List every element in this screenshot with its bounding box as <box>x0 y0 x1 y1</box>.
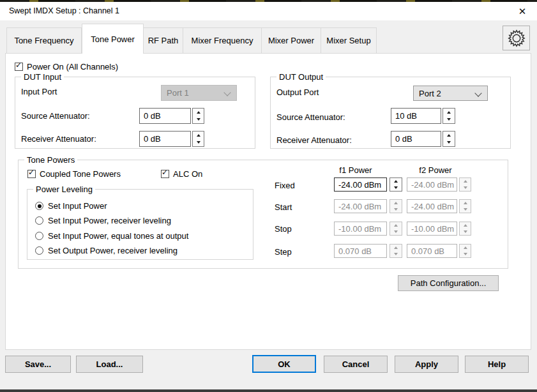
fixed-f2-value: -24.00 dBm <box>411 180 454 190</box>
spin-up-button <box>390 200 402 206</box>
cancel-button[interactable]: Cancel <box>324 356 388 373</box>
arrow-up-icon <box>447 134 451 137</box>
f1-power-header: f1 Power <box>327 165 384 175</box>
output-receiver-attenuator-value: 0 dB <box>395 134 412 144</box>
spin-up-button <box>460 222 471 229</box>
output-port-dropdown[interactable]: Port 2 <box>413 86 488 101</box>
coupled-tone-powers-checkbox[interactable]: ✓ Coupled Tone Powers <box>27 169 121 179</box>
arrow-down-icon <box>394 186 398 189</box>
power-on-label: Power On (All Channels) <box>27 62 118 72</box>
checkbox-box: ✓ <box>161 170 169 178</box>
tab-mixer-frequency[interactable]: Mixer Frequency <box>183 27 262 54</box>
f2-power-header: f2 Power <box>407 165 464 175</box>
spin-up-button <box>460 245 471 251</box>
output-port-label: Output Port <box>276 87 319 97</box>
spin-down-button[interactable] <box>193 116 204 124</box>
tab-tone-frequency[interactable]: Tone Frequency <box>6 27 82 54</box>
start-f2-spinner <box>459 199 471 213</box>
stop-f2-field: -10.00 dBm <box>407 222 457 236</box>
input-port-dropdown: Port 1 <box>161 85 237 101</box>
radio-circle <box>35 232 43 240</box>
row-label-step: Step <box>275 247 292 257</box>
power-leveling-group-title: Power Leveling <box>33 185 95 194</box>
spin-up-button[interactable] <box>193 109 204 116</box>
tab-tone-power[interactable]: Tone Power <box>82 24 144 54</box>
power-on-checkbox[interactable]: ✓ Power On (All Channels) <box>15 62 118 72</box>
input-receiver-attenuator-field[interactable]: 0 dB <box>139 131 191 147</box>
tab-rf-path[interactable]: RF Path <box>144 27 183 54</box>
spin-up-button <box>390 222 402 229</box>
fixed-f1-spinner[interactable] <box>390 177 402 192</box>
arrow-up-icon <box>464 224 467 227</box>
radio-label: Set Input Power, receiver leveling <box>48 216 171 225</box>
spin-down-button[interactable] <box>443 139 455 147</box>
arrow-down-icon <box>394 253 398 255</box>
spin-down-button <box>390 206 402 213</box>
spin-up-button[interactable] <box>443 132 455 139</box>
settings-gear-button[interactable] <box>503 26 530 50</box>
arrow-up-icon <box>394 224 398 227</box>
start-f2-field: -24.00 dBm <box>407 199 457 213</box>
start-f1-spinner <box>390 199 402 213</box>
start-f1-value: -24.00 dBm <box>338 202 381 211</box>
radio-circle <box>35 246 43 255</box>
close-button[interactable]: ✕ <box>511 2 533 20</box>
arrow-up-icon <box>197 134 200 137</box>
output-source-attenuator-value: 10 dB <box>395 111 417 121</box>
path-configuration-button[interactable]: Path Configuration... <box>398 275 499 291</box>
spin-down-button <box>390 251 402 257</box>
output-receiver-attenuator-spinner[interactable] <box>442 131 455 147</box>
tab-mixer-setup[interactable]: Mixer Setup <box>321 27 377 54</box>
arrow-up-icon <box>464 202 467 204</box>
apply-button[interactable]: Apply <box>395 356 458 373</box>
checkmark-icon: ✓ <box>28 169 34 177</box>
arrow-down-icon <box>464 253 467 255</box>
input-receiver-attenuator-value: 0 dB <box>144 134 161 144</box>
stop-f2-spinner <box>459 222 471 236</box>
fixed-f1-field[interactable]: -24.00 dBm <box>334 177 387 192</box>
spin-up-button[interactable] <box>390 178 402 185</box>
arrow-up-icon <box>464 180 467 183</box>
output-source-attenuator-label: Source Attenuator: <box>276 112 345 122</box>
ok-button[interactable]: OK <box>252 355 316 373</box>
radio-circle <box>35 202 43 210</box>
tab-bar: Tone Frequency Tone Power RF Path Mixer … <box>6 27 377 54</box>
titlebar: Swept IMDX Setup : Channel 1 ✕ <box>0 2 537 20</box>
step-f1-value: 0.070 dB <box>338 246 372 256</box>
output-receiver-attenuator-field[interactable]: 0 dB <box>391 131 441 147</box>
arrow-down-icon <box>447 118 451 121</box>
spin-down-button[interactable] <box>390 185 402 191</box>
input-source-attenuator-spinner[interactable] <box>192 108 204 124</box>
output-source-attenuator-field[interactable]: 10 dB <box>391 108 441 124</box>
spin-down-button[interactable] <box>193 139 204 147</box>
input-receiver-attenuator-spinner[interactable] <box>192 131 204 147</box>
radio-set-input-power[interactable]: Set Input Power <box>35 201 107 211</box>
load-button[interactable]: Load... <box>76 356 143 373</box>
input-source-attenuator-field[interactable]: 0 dB <box>139 108 191 124</box>
save-button[interactable]: Save... <box>5 356 71 373</box>
radio-set-input-power-receiver-leveling[interactable]: Set Input Power, receiver leveling <box>35 216 171 225</box>
help-button[interactable]: Help <box>465 356 529 373</box>
row-label-fixed: Fixed <box>275 181 295 190</box>
alc-on-checkbox[interactable]: ✓ ALC On <box>161 169 202 179</box>
spin-down-button <box>460 251 471 257</box>
step-f2-value: 0.070 dB <box>411 246 444 256</box>
step-f1-spinner <box>390 244 402 258</box>
gear-icon <box>508 29 526 47</box>
radio-set-output-power-receiver-leveling[interactable]: Set Output Power, receiver leveling <box>35 246 178 255</box>
dut-input-group-title: DUT Input <box>21 72 64 82</box>
arrow-up-icon <box>394 180 398 183</box>
input-port-label: Input Port <box>21 87 57 96</box>
checkmark-icon: ✓ <box>15 61 22 70</box>
tab-mixer-power[interactable]: Mixer Power <box>262 27 321 54</box>
start-f1-field: -24.00 dBm <box>334 199 387 213</box>
spin-down-button[interactable] <box>443 116 455 124</box>
output-source-attenuator-spinner[interactable] <box>442 108 455 124</box>
spin-up-button[interactable] <box>443 109 455 116</box>
arrow-down-icon <box>197 118 200 121</box>
step-f2-field: 0.070 dB <box>407 244 457 258</box>
row-label-start: Start <box>275 202 292 212</box>
chevron-down-icon <box>223 89 231 96</box>
spin-up-button[interactable] <box>193 132 204 139</box>
radio-set-input-power-equal-tones[interactable]: Set Input Power, equal tones at output <box>35 231 188 241</box>
